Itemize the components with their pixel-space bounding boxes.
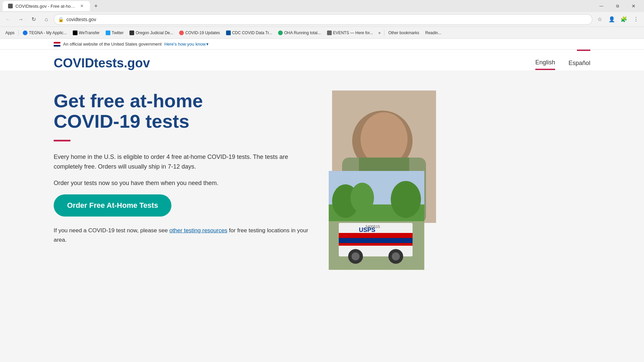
- svg-rect-15: [339, 243, 413, 246]
- images-wrapper: USPS 5400515: [329, 90, 436, 278]
- content-right: USPS 5400515: [329, 90, 433, 278]
- address-bar[interactable]: 🔒 covidtests.gov: [54, 14, 592, 25]
- title-line1: Get free at-home: [54, 90, 203, 111]
- bookmark-oha[interactable]: OHA Running total...: [275, 28, 323, 37]
- espanol-nav-link[interactable]: Español: [569, 60, 590, 69]
- more-bookmarks-button[interactable]: »: [376, 28, 383, 37]
- bookmark-apps[interactable]: Apps: [3, 28, 17, 37]
- header-nav: English Español: [535, 56, 590, 70]
- bookmark-separator-2: [384, 30, 384, 36]
- extensions-button[interactable]: 🧩: [619, 14, 629, 25]
- bookmark-reading[interactable]: Readin...: [423, 28, 444, 37]
- window-controls: — ⧉ ✕: [594, 0, 641, 12]
- bookmark-wetransfer[interactable]: WeTransfer: [70, 28, 102, 37]
- bookmark-other[interactable]: Other bookmarks: [386, 28, 422, 37]
- page-title: Get free at-home COVID-19 tests: [54, 90, 309, 132]
- other-testing-resources-link[interactable]: other testing resources: [169, 227, 227, 234]
- svg-text:5400515: 5400515: [366, 225, 380, 229]
- bookmark-star-button[interactable]: ☆: [594, 14, 605, 25]
- browser-toolbar: ← → ↻ ⌂ 🔒 covidtests.gov ☆ 👤 🧩 ⋮: [0, 12, 644, 27]
- url-text: covidtests.gov: [66, 17, 588, 22]
- twitter-favicon: [106, 31, 110, 35]
- cdc-favicon: [226, 31, 231, 35]
- svg-point-10: [351, 183, 374, 213]
- bookmark-apps-label: Apps: [5, 31, 14, 35]
- tegna-favicon: [23, 31, 28, 35]
- gov-banner-text: An official website of the United States…: [63, 42, 162, 47]
- forward-button[interactable]: →: [15, 14, 26, 25]
- close-button[interactable]: ✕: [626, 0, 641, 12]
- order-tests-button[interactable]: Order Free At-Home Tests: [54, 194, 171, 217]
- bookmark-tegna-label: TEGNA - My Applic...: [29, 31, 67, 35]
- lock-icon: 🔒: [58, 17, 64, 22]
- content-left: Get free at-home COVID-19 tests Every ho…: [54, 90, 309, 244]
- svg-rect-14: [339, 238, 413, 243]
- covid-updates-favicon: [179, 31, 184, 35]
- restore-button[interactable]: ⧉: [610, 0, 625, 12]
- back-button[interactable]: ←: [3, 14, 13, 25]
- bookmark-separator: [18, 30, 19, 36]
- bookmark-covid-updates[interactable]: COVID-19 Updates: [176, 28, 222, 37]
- header-accent-line: [577, 50, 590, 51]
- reload-button[interactable]: ↻: [28, 14, 39, 25]
- footer-note: If you need a COVID-19 test now, please …: [54, 226, 309, 244]
- us-flag-icon: [54, 42, 60, 47]
- site-header: COVIDtests.gov English Español: [0, 50, 644, 70]
- bookmark-reading-label: Readin...: [425, 31, 441, 35]
- bookmark-wetransfer-label: WeTransfer: [79, 31, 100, 35]
- bookmark-events[interactable]: EVENTS — Here for...: [324, 28, 376, 37]
- bookmark-twitter-label: Twitter: [112, 31, 123, 35]
- main-content: Get free at-home COVID-19 tests Every ho…: [0, 70, 644, 298]
- how-you-know-link[interactable]: Here's how you know ▾: [164, 42, 209, 47]
- events-favicon: [327, 31, 332, 35]
- bookmark-cdc[interactable]: CDC COVID Data Tr...: [223, 28, 275, 37]
- menu-button[interactable]: ⋮: [631, 14, 641, 25]
- bookmark-oha-label: OHA Running total...: [284, 31, 321, 35]
- site-logo[interactable]: COVIDtests.gov: [54, 56, 150, 70]
- gov-banner: An official website of the United States…: [0, 39, 644, 50]
- browser-chrome: COVIDtests.gov - Free at-home C ✕ + — ⧉ …: [0, 0, 644, 39]
- toolbar-actions: ☆ 👤 🧩 ⋮: [594, 14, 641, 25]
- bookmark-covid-updates-label: COVID-19 Updates: [185, 31, 220, 35]
- svg-rect-13: [339, 233, 413, 238]
- svg-point-17: [352, 252, 360, 260]
- dropdown-arrow-icon: ▾: [206, 42, 209, 47]
- bookmark-events-label: EVENTS — Here for...: [333, 31, 373, 35]
- tab-favicon: [8, 4, 13, 8]
- minimize-button[interactable]: —: [594, 0, 609, 12]
- description-paragraph-2: Order your tests now so you have them wh…: [54, 178, 309, 188]
- tab-close-button[interactable]: ✕: [79, 3, 85, 9]
- title-bar: COVIDtests.gov - Free at-home C ✕ + — ⧉ …: [0, 0, 644, 12]
- english-nav-link[interactable]: English: [535, 59, 555, 70]
- oregon-favicon: [129, 31, 134, 35]
- bookmark-oregon[interactable]: Oregon Judicial De...: [127, 28, 176, 37]
- tab-title: COVIDtests.gov - Free at-home C: [15, 4, 76, 9]
- bookmark-twitter[interactable]: Twitter: [103, 28, 126, 37]
- profile-button[interactable]: 👤: [606, 14, 617, 25]
- wetransfer-favicon: [73, 31, 77, 35]
- svg-point-11: [391, 181, 421, 218]
- svg-point-19: [392, 252, 400, 260]
- home-button[interactable]: ⌂: [41, 14, 52, 25]
- how-you-know-text: Here's how you know: [164, 42, 206, 47]
- footer-note-before: If you need a COVID-19 test now, please …: [54, 227, 169, 234]
- bookmarks-bar: Apps TEGNA - My Applic... WeTransfer Twi…: [0, 27, 644, 39]
- title-accent-bar: [54, 140, 70, 141]
- active-tab[interactable]: COVIDtests.gov - Free at-home C ✕: [3, 1, 90, 11]
- new-tab-button[interactable]: +: [91, 1, 101, 11]
- oha-favicon: [278, 31, 283, 35]
- title-line2: COVID-19 tests: [54, 111, 190, 132]
- more-bookmarks-label: »: [378, 31, 381, 35]
- bookmark-other-label: Other bookmarks: [388, 31, 419, 35]
- description-paragraph-1: Every home in the U.S. is eligible to or…: [54, 152, 309, 172]
- page-content: An official website of the United States…: [0, 39, 644, 298]
- usps-truck-image: USPS 5400515: [329, 171, 424, 270]
- bookmark-tegna[interactable]: TEGNA - My Applic...: [20, 28, 69, 37]
- bookmark-oregon-label: Oregon Judicial De...: [136, 31, 173, 35]
- bookmark-cdc-label: CDC COVID Data Tr...: [232, 31, 272, 35]
